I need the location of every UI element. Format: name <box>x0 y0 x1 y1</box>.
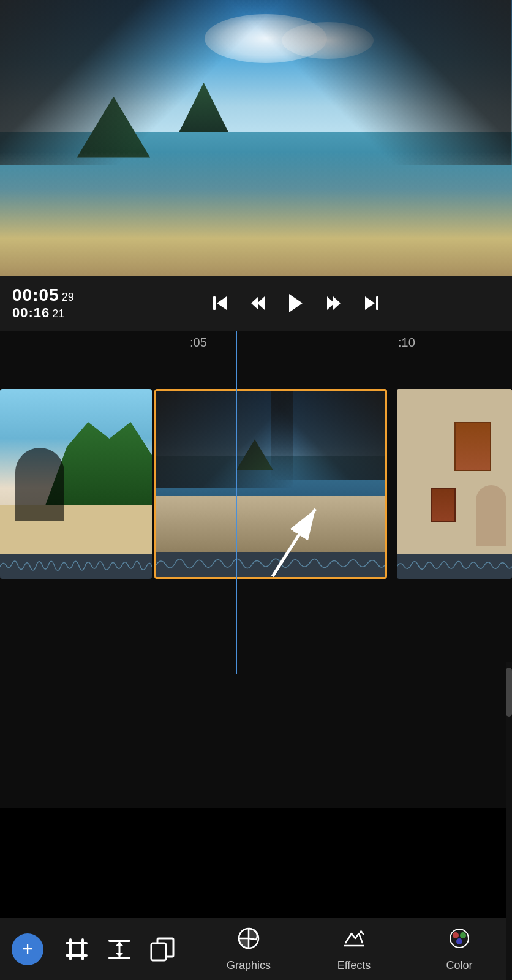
building-background <box>397 389 512 554</box>
clip-building[interactable] <box>397 389 512 579</box>
bottom-nav: Graphics Effects <box>196 918 512 981</box>
nav-color-button[interactable]: Color <box>407 918 512 981</box>
clip-boat-waveform <box>156 552 385 577</box>
timeline-scrollbar[interactable] <box>506 662 512 980</box>
clip-beach-thumbnail <box>0 389 152 554</box>
effects-icon <box>342 926 366 956</box>
empty-tracks <box>0 600 512 809</box>
clip-building-thumbnail <box>397 389 512 554</box>
effects-icon-svg <box>342 926 366 951</box>
graphics-label: Graphics <box>227 959 271 972</box>
svg-rect-0 <box>213 296 216 310</box>
timeline-container: :05 :10 <box>0 331 512 760</box>
color-icon <box>447 926 472 956</box>
timeline-ruler: :05 :10 <box>0 331 512 368</box>
playback-controls <box>92 290 500 317</box>
timecode-total-frame: 21 <box>52 307 64 320</box>
building-person <box>476 485 506 546</box>
step-forward-button[interactable] <box>320 290 347 317</box>
trim-icon <box>63 936 90 963</box>
svg-marker-4 <box>289 294 303 312</box>
controls-bar: 00:0529 00:1621 <box>0 276 512 331</box>
timecode-total: 00:16 <box>12 305 50 320</box>
color-icon-svg <box>447 926 472 951</box>
beach-background <box>0 389 152 554</box>
svg-marker-6 <box>333 296 341 310</box>
svg-rect-8 <box>376 296 378 310</box>
timecode-current: 00:05 <box>12 285 59 304</box>
svg-marker-19 <box>116 953 123 957</box>
preview-boat-hull <box>0 152 512 276</box>
boat-canopy-right <box>271 391 385 480</box>
timeline-marker-5: :05 <box>190 336 207 350</box>
bottom-toolbar: + <box>0 918 512 980</box>
skip-to-start-button[interactable] <box>206 290 233 317</box>
building-window2 <box>431 488 456 522</box>
clip-beach[interactable] <box>0 389 152 579</box>
svg-point-28 <box>456 938 462 944</box>
duplicate-tool-button[interactable] <box>141 918 184 981</box>
svg-rect-11 <box>66 942 88 944</box>
graphics-icon-svg <box>236 926 261 951</box>
beach-person <box>15 448 64 521</box>
clips-area <box>0 368 512 600</box>
split-tool-button[interactable] <box>98 918 141 981</box>
timecode-current-display: 00:0529 <box>12 285 92 305</box>
playhead <box>236 331 237 674</box>
svg-rect-16 <box>108 957 130 959</box>
timecode-frame: 29 <box>62 291 74 303</box>
timecode-display: 00:0529 00:1621 <box>12 285 92 321</box>
boat-hull <box>156 496 385 552</box>
timeline-marker-10: :10 <box>398 336 415 350</box>
video-preview <box>0 0 512 276</box>
clip-boat[interactable] <box>154 389 387 579</box>
color-label: Color <box>446 959 472 972</box>
clip-building-waveform <box>397 554 512 579</box>
svg-rect-12 <box>66 954 88 957</box>
duplicate-icon <box>149 936 176 963</box>
svg-rect-14 <box>81 938 84 960</box>
trim-tool-button[interactable] <box>55 918 98 981</box>
step-back-button[interactable] <box>244 290 271 317</box>
skip-to-end-button[interactable] <box>358 290 385 317</box>
add-plus-icon: + <box>22 938 34 960</box>
timecode-total-display: 00:1621 <box>12 305 92 321</box>
graphics-icon <box>236 926 261 956</box>
add-circle-icon: + <box>12 933 43 965</box>
boat-background <box>156 391 385 552</box>
play-button[interactable] <box>282 290 309 317</box>
clip-beach-waveform <box>0 554 152 579</box>
svg-rect-15 <box>108 940 130 942</box>
split-icon <box>106 936 133 963</box>
svg-marker-18 <box>116 942 123 946</box>
svg-point-27 <box>460 932 466 938</box>
scrollbar-thumb[interactable] <box>506 668 512 717</box>
svg-rect-13 <box>69 938 72 960</box>
effects-label: Effects <box>337 959 371 972</box>
left-tools: + <box>0 918 196 981</box>
svg-marker-1 <box>217 296 227 310</box>
svg-point-26 <box>453 932 459 938</box>
nav-effects-button[interactable]: Effects <box>301 918 407 981</box>
svg-rect-20 <box>151 943 166 960</box>
clip-boat-thumbnail <box>156 391 385 552</box>
building-window1 <box>454 422 491 471</box>
svg-marker-7 <box>365 296 375 310</box>
nav-graphics-button[interactable]: Graphics <box>196 918 301 981</box>
add-button[interactable]: + <box>0 918 55 981</box>
